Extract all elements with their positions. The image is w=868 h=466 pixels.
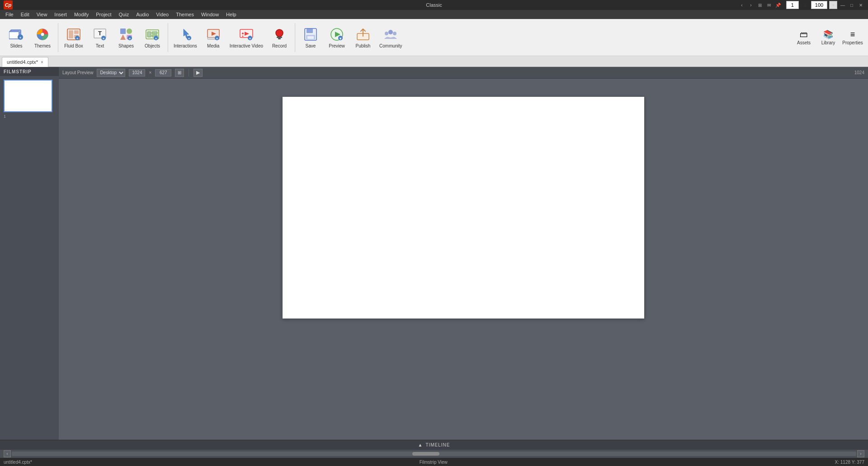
shapes-label: Shapes <box>118 43 134 48</box>
slide-current-input[interactable] <box>786 1 799 9</box>
svg-rect-9 <box>74 30 79 34</box>
slide-thumbnail-1[interactable] <box>4 80 52 112</box>
timeline-expand-icon: ▲ <box>418 442 423 447</box>
tab-close-button[interactable]: × <box>41 60 43 65</box>
library-label: Library <box>821 40 835 45</box>
play-button[interactable]: ▶ <box>193 69 203 77</box>
zoom-input[interactable] <box>811 1 827 9</box>
library-icon: 📚 <box>823 29 833 39</box>
text-label: Text <box>96 43 104 48</box>
toolbar-media[interactable]: + Media <box>201 21 226 54</box>
menu-view[interactable]: View <box>33 10 51 19</box>
main-area: FILMSTRIP 1 Layout Preview Desktop Table… <box>0 67 868 440</box>
toolbar-text[interactable]: T + Text <box>87 21 113 54</box>
zoom-dropdown[interactable]: ▾ <box>829 1 837 9</box>
canvas-height-input[interactable] <box>155 69 171 76</box>
svg-point-6 <box>41 33 44 36</box>
titlebar-controls: ‹ › ⊞ ✉ 📌 / 1 ▾ — □ ✕ <box>738 1 864 9</box>
svg-point-55 <box>385 32 388 35</box>
interactions-icon: + <box>177 26 193 43</box>
community-icon <box>382 26 399 43</box>
interactive-video-icon: + <box>238 26 255 43</box>
minimize-button[interactable]: — <box>839 1 846 9</box>
toolbar-library[interactable]: 📚 Library <box>816 21 840 54</box>
media-label: Media <box>207 43 219 48</box>
menu-edit[interactable]: Edit <box>17 10 33 19</box>
toolbar-sep-1 <box>58 23 58 52</box>
canvas-area: Layout Preview Desktop Tablet Mobile × ⊞… <box>59 67 868 440</box>
scrollbar-thumb[interactable] <box>412 452 439 456</box>
menu-help[interactable]: Help <box>222 10 240 19</box>
slide-counter: / 1 <box>783 1 809 9</box>
toolbar-record[interactable]: Record <box>267 21 292 54</box>
toolbar-slides[interactable]: + Slides <box>4 21 29 54</box>
fit-canvas-button[interactable]: ⊞ <box>175 69 184 77</box>
svg-text:T: T <box>98 30 102 37</box>
svg-text:+: + <box>76 37 79 41</box>
close-button[interactable]: ✕ <box>857 1 864 9</box>
toolbar-community[interactable]: Community <box>377 21 405 54</box>
record-label: Record <box>272 43 287 48</box>
toolbar-interactions[interactable]: + Interactions <box>171 21 200 54</box>
toolbar-properties[interactable]: ≡ Properties <box>841 21 864 54</box>
menu-window[interactable]: Window <box>198 10 222 19</box>
publish-label: Publish <box>356 43 371 48</box>
toolbar-sep-2 <box>168 23 168 52</box>
record-icon <box>271 26 288 43</box>
layout-select[interactable]: Desktop Tablet Mobile <box>97 69 125 77</box>
maximize-button[interactable]: □ <box>848 1 855 9</box>
properties-icon: ≡ <box>850 30 855 39</box>
menu-quiz[interactable]: Quiz <box>115 10 133 19</box>
toolbar-assets[interactable]: 🗃 Assets <box>792 21 816 54</box>
horizontal-scrollbar[interactable] <box>12 452 856 456</box>
interactive-video-label: Interactive Video <box>230 43 263 48</box>
svg-rect-25 <box>152 32 157 34</box>
svg-point-38 <box>242 33 244 34</box>
tab-main[interactable]: untitled4.cptx* × <box>2 57 48 67</box>
community-label: Community <box>379 43 402 48</box>
toolbar-preview[interactable]: ▾ Preview <box>324 21 349 54</box>
canvas-width-input[interactable] <box>129 69 145 76</box>
menu-file[interactable]: File <box>2 10 17 19</box>
svg-rect-8 <box>69 30 73 38</box>
ruler-value: 1024 <box>854 70 864 75</box>
toolbar-themes[interactable]: Themes <box>30 21 55 54</box>
mail-icon[interactable]: ✉ <box>765 1 773 9</box>
svg-point-18 <box>127 29 132 34</box>
themes-icon <box>34 26 51 43</box>
menu-insert[interactable]: Insert <box>51 10 71 19</box>
scroll-right-button[interactable]: › <box>857 450 864 457</box>
svg-point-56 <box>393 32 396 35</box>
objects-icon: + <box>144 26 160 43</box>
svg-text:+: + <box>155 37 157 41</box>
menu-modify[interactable]: Modify <box>71 10 92 19</box>
status-filename: untitled4.cptx* <box>4 460 32 465</box>
svg-rect-44 <box>278 38 281 39</box>
nav-forward-button[interactable]: › <box>747 1 755 9</box>
toolbar-save[interactable]: Save <box>298 21 323 54</box>
svg-rect-17 <box>120 29 126 34</box>
toolbar-objects[interactable]: + Objects <box>140 21 165 54</box>
pin-icon[interactable]: 📌 <box>774 1 782 9</box>
menu-project[interactable]: Project <box>92 10 115 19</box>
canvas-scroll-area[interactable] <box>59 79 868 440</box>
menu-audio[interactable]: Audio <box>132 10 152 19</box>
timeline-bar[interactable]: ▲ TIMELINE <box>0 440 868 450</box>
slides-icon: + <box>8 26 24 43</box>
canvas-toolbar-sep <box>189 69 189 76</box>
toolbar-publish[interactable]: Publish <box>350 21 376 54</box>
tab-label: untitled4.cptx* <box>7 59 38 65</box>
fluid-box-label: Fluid Box <box>64 43 83 48</box>
svg-rect-46 <box>307 29 313 33</box>
toolbar-shapes[interactable]: + Shapes <box>113 21 139 54</box>
scroll-left-button[interactable]: ‹ <box>4 450 11 457</box>
device-icon[interactable]: ⊞ <box>756 1 764 9</box>
slide-separator: / <box>801 2 802 8</box>
app-logo: Cp <box>4 0 13 10</box>
toolbar-interactive-video[interactable]: + Interactive Video <box>227 21 266 54</box>
nav-back-button[interactable]: ‹ <box>738 1 745 9</box>
toolbar-fluid-box[interactable]: + Fluid Box <box>61 21 86 54</box>
menu-themes[interactable]: Themes <box>172 10 198 19</box>
menu-video[interactable]: Video <box>152 10 172 19</box>
save-label: Save <box>306 43 316 48</box>
